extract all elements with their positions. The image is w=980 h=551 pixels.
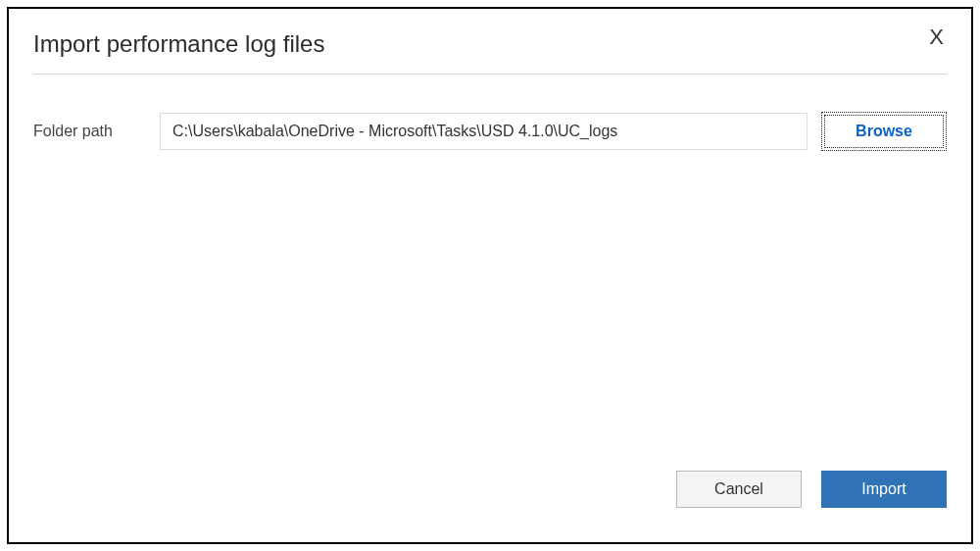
cancel-button[interactable]: Cancel [676, 471, 802, 508]
import-button[interactable]: Import [821, 471, 947, 508]
dialog-footer: Cancel Import [9, 471, 971, 542]
import-dialog: Import performance log files X Folder pa… [7, 7, 973, 544]
close-icon[interactable]: X [923, 26, 950, 48]
dialog-title: Import performance log files [33, 30, 923, 58]
dialog-body-spacer [9, 151, 971, 471]
folder-path-input[interactable] [160, 113, 808, 150]
folder-path-label: Folder path [33, 123, 146, 140]
dialog-header: Import performance log files X [9, 9, 971, 58]
folder-path-row: Folder path Browse [9, 75, 971, 151]
browse-button[interactable]: Browse [821, 112, 947, 151]
